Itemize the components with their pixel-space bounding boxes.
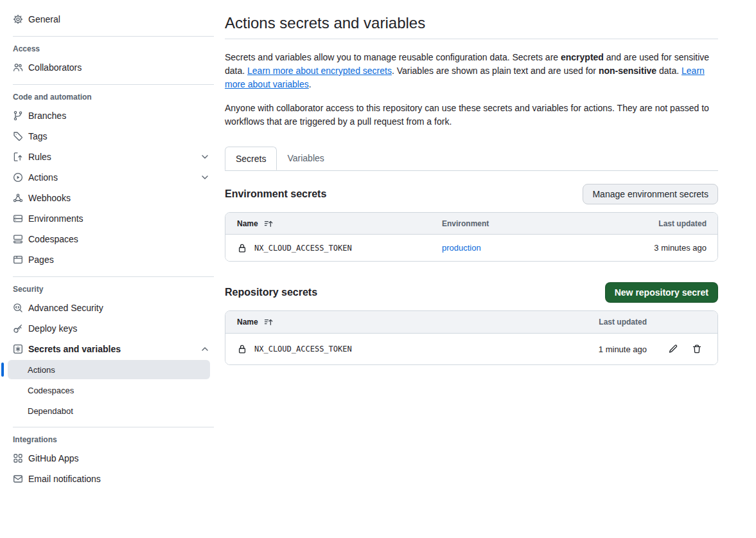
- sidebar-item-label: Rules: [28, 152, 51, 162]
- sidebar-subitem-label: Dependabot: [28, 406, 73, 416]
- browser-icon: [13, 255, 23, 265]
- sidebar-subitem-codespaces[interactable]: Codespaces: [8, 381, 210, 400]
- sidebar-item-actions[interactable]: Actions: [0, 167, 215, 188]
- secret-name: NX_CLOUD_ACCESS_TOKEN: [254, 244, 352, 253]
- git-branch-icon: [13, 111, 23, 121]
- sidebar-item-label: Tags: [28, 131, 48, 141]
- repository-secrets-heading: Repository secrets: [225, 287, 317, 298]
- sidebar-item-label: Branches: [28, 111, 66, 121]
- codespaces-icon: [13, 234, 23, 244]
- sidebar-item-github-apps[interactable]: GitHub Apps: [0, 448, 215, 469]
- lock-icon: [237, 344, 247, 354]
- settings-page: General Access Collaborators Code and au…: [0, 0, 756, 489]
- sidebar-item-email-notifications[interactable]: Email notifications: [0, 469, 215, 489]
- sidebar-divider: [13, 276, 214, 277]
- sidebar-item-pages[interactable]: Pages: [0, 249, 215, 270]
- tab-secrets[interactable]: Secrets: [225, 147, 277, 170]
- sidebar-divider: [13, 427, 214, 427]
- repository-secrets-table-header: Name Last updated: [225, 311, 717, 334]
- sidebar-item-label: Environments: [28, 213, 84, 224]
- sidebar-section-security: Security: [0, 281, 215, 298]
- sidebar-item-rules[interactable]: Rules: [0, 147, 215, 167]
- environment-cell: production: [442, 243, 576, 253]
- intro-bold-encrypted: encrypted: [561, 52, 604, 62]
- repository-secrets-header: Repository secrets New repository secret: [225, 282, 718, 303]
- mail-icon: [13, 474, 23, 484]
- column-label: Name: [237, 318, 258, 327]
- sort-ascending-icon: [263, 219, 274, 229]
- sidebar-item-label: General: [28, 14, 60, 24]
- play-icon: [13, 172, 23, 183]
- sort-ascending-icon: [263, 317, 274, 327]
- secret-name-cell: NX_CLOUD_ACCESS_TOKEN: [225, 344, 550, 354]
- edit-secret-pencil-icon[interactable]: [668, 344, 678, 354]
- column-header-name[interactable]: Name: [225, 219, 442, 229]
- sidebar-subitem-label: Codespaces: [28, 386, 74, 395]
- sidebar-item-label: Pages: [28, 255, 54, 265]
- sidebar-item-label: Advanced Security: [28, 303, 103, 313]
- sidebar-item-codespaces[interactable]: Codespaces: [0, 229, 215, 249]
- rules-icon: [13, 152, 23, 162]
- sidebar-item-label: Secrets and variables: [28, 344, 121, 354]
- intro-paragraph-2: Anyone with collaborator access to this …: [225, 102, 718, 129]
- intro-text: Secrets and variables allow you to manag…: [225, 52, 561, 62]
- chevron-down-icon[interactable]: [200, 172, 210, 183]
- server-icon: [13, 213, 23, 224]
- sidebar-item-collaborators[interactable]: Collaborators: [0, 57, 215, 78]
- sidebar-item-webhooks[interactable]: Webhooks: [0, 188, 215, 208]
- repository-secrets-table: Name Last updated NX_CLOUD_ACCESS_TOKEN …: [225, 310, 718, 365]
- intro-paragraph-1: Secrets and variables allow you to manag…: [225, 51, 718, 91]
- manage-environment-secrets-button[interactable]: Manage environment secrets: [583, 184, 718, 204]
- sidebar-item-label: GitHub Apps: [28, 453, 79, 463]
- sidebar-item-secrets-and-variables[interactable]: Secrets and variables: [0, 339, 215, 359]
- secret-name: NX_CLOUD_ACCESS_TOKEN: [254, 345, 352, 354]
- key-asterisk-icon: [13, 344, 23, 354]
- apps-icon: [13, 453, 23, 463]
- column-header-name[interactable]: Name: [225, 317, 550, 327]
- sidebar-item-label: Email notifications: [28, 474, 101, 484]
- sidebar-item-advanced-security[interactable]: Advanced Security: [0, 298, 215, 318]
- last-updated-cell: 3 minutes ago: [576, 243, 717, 253]
- lock-icon: [237, 243, 247, 253]
- learn-more-encrypted-secrets-link[interactable]: Learn more about encrypted secrets: [247, 66, 392, 76]
- environment-secrets-heading: Environment secrets: [225, 188, 326, 200]
- sidebar-section-code-automation: Code and automation: [0, 89, 215, 105]
- secrets-variables-tabs: Secrets Variables: [225, 147, 718, 171]
- sidebar-subitem-label: Actions: [28, 365, 55, 375]
- sidebar-item-environments[interactable]: Environments: [0, 208, 215, 229]
- table-row: NX_CLOUD_ACCESS_TOKEN 1 minute ago: [225, 334, 717, 364]
- sidebar-divider: [13, 36, 214, 37]
- selected-indicator-bar: [1, 363, 4, 377]
- last-updated-cell: 1 minute ago: [550, 345, 647, 354]
- row-actions: [647, 344, 717, 354]
- table-row: NX_CLOUD_ACCESS_TOKEN production 3 minut…: [225, 235, 717, 261]
- secret-name-cell: NX_CLOUD_ACCESS_TOKEN: [225, 243, 442, 253]
- delete-secret-trash-icon[interactable]: [692, 344, 702, 354]
- main-content: Actions secrets and variables Secrets an…: [215, 0, 756, 489]
- sidebar-item-label: Codespaces: [28, 234, 78, 244]
- environment-link[interactable]: production: [442, 243, 481, 253]
- sidebar-item-label: Actions: [28, 172, 58, 183]
- tab-variables[interactable]: Variables: [277, 147, 334, 170]
- environment-secrets-table: Name Environment Last updated NX_CLOUD_A…: [225, 212, 718, 262]
- sidebar-item-branches[interactable]: Branches: [0, 105, 215, 126]
- chevron-up-icon[interactable]: [200, 344, 210, 354]
- title-divider: [225, 39, 718, 39]
- sidebar-subitem-actions[interactable]: Actions: [8, 360, 210, 379]
- environment-secrets-header: Environment secrets Manage environment s…: [225, 184, 718, 204]
- sidebar-divider: [13, 84, 214, 85]
- column-header-last-updated: Last updated: [550, 318, 647, 327]
- intro-text: data.: [656, 66, 681, 76]
- people-icon: [13, 62, 23, 73]
- sidebar-section-access: Access: [0, 40, 215, 57]
- new-repository-secret-button[interactable]: New repository secret: [605, 282, 718, 303]
- sidebar-subitem-dependabot[interactable]: Dependabot: [8, 401, 210, 420]
- sidebar-item-general[interactable]: General: [0, 9, 215, 30]
- sidebar-item-tags[interactable]: Tags: [0, 126, 215, 147]
- sidebar-item-deploy-keys[interactable]: Deploy keys: [0, 318, 215, 339]
- settings-sidebar: General Access Collaborators Code and au…: [0, 0, 215, 489]
- page-title: Actions secrets and variables: [225, 14, 718, 32]
- environment-secrets-table-header: Name Environment Last updated: [225, 213, 717, 235]
- chevron-down-icon[interactable]: [200, 152, 210, 162]
- intro-bold-non-sensitive: non-sensitive: [599, 66, 656, 76]
